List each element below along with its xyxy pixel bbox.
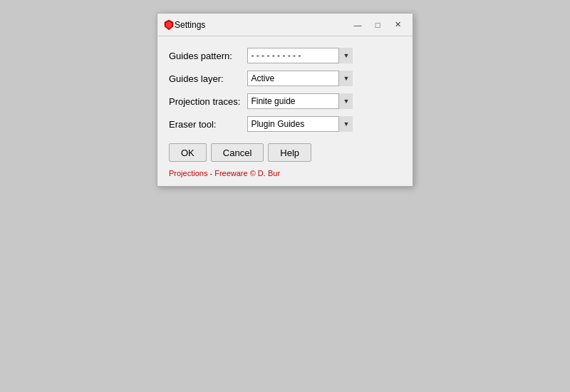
eraser-tool-wrapper[interactable]: Plugin Guides All Guides None ▼ (247, 116, 353, 132)
projection-traces-wrapper[interactable]: Finite guide Infinite guide None ▼ (247, 93, 353, 109)
help-button[interactable]: Help (268, 143, 311, 162)
settings-window: Settings — □ ✕ Guides pattern: - - - - -… (157, 13, 413, 187)
guides-pattern-wrapper[interactable]: - - - - - - - - - - ──────────── – – – –… (247, 48, 353, 63)
maximize-button[interactable]: □ (368, 18, 387, 32)
guides-layer-wrapper[interactable]: Active Layer 1 Layer 2 ▼ (247, 71, 353, 86)
guides-layer-select[interactable]: Active Layer 1 Layer 2 (247, 71, 353, 86)
projection-traces-label: Projection traces: (169, 96, 240, 107)
guides-pattern-label: Guides pattern: (169, 51, 240, 61)
window-content: Guides pattern: - - - - - - - - - - ────… (157, 36, 413, 186)
eraser-tool-label: Eraser tool: (169, 119, 240, 130)
form-grid: Guides pattern: - - - - - - - - - - ────… (169, 48, 401, 132)
guides-layer-label: Guides layer: (169, 73, 240, 84)
footer-text: Projections - Freeware © D. Bur (169, 169, 401, 177)
title-bar: Settings — □ ✕ (157, 14, 413, 36)
minimize-button[interactable]: — (348, 18, 367, 32)
window-controls: — □ ✕ (348, 18, 407, 32)
ok-button[interactable]: OK (169, 143, 207, 162)
button-row: OK Cancel Help (169, 143, 401, 162)
guides-pattern-select[interactable]: - - - - - - - - - - ──────────── – – – –… (247, 48, 353, 63)
close-button[interactable]: ✕ (388, 18, 407, 32)
cancel-button[interactable]: Cancel (211, 143, 264, 162)
window-title: Settings (175, 20, 348, 30)
projection-traces-select[interactable]: Finite guide Infinite guide None (247, 93, 353, 109)
app-icon (163, 19, 175, 31)
eraser-tool-select[interactable]: Plugin Guides All Guides None (247, 116, 353, 132)
